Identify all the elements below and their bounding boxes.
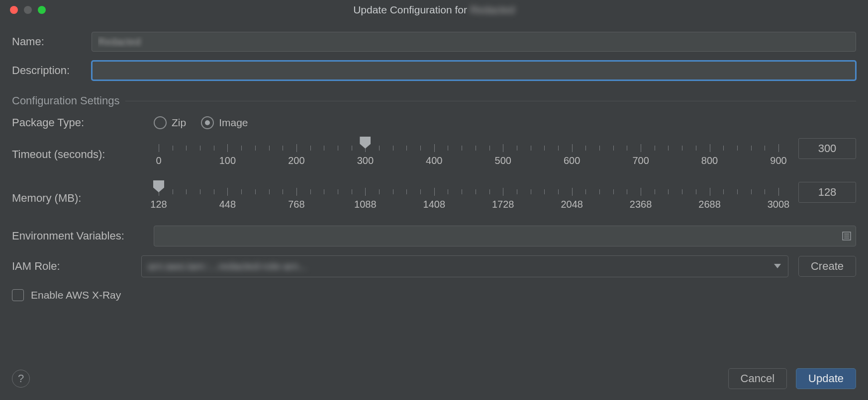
dialog-title: Update Configuration for Redacted bbox=[353, 4, 515, 16]
iam-role-row: IAM Role: arn:aws:iam::...redacted-role-… bbox=[12, 255, 856, 277]
package-type-image-label: Image bbox=[219, 117, 248, 129]
timeout-row: Timeout (seconds): 010020030040050060070… bbox=[12, 138, 856, 173]
package-type-image-radio[interactable]: Image bbox=[201, 116, 248, 129]
env-vars-input[interactable] bbox=[154, 226, 856, 246]
chevron-down-icon bbox=[774, 264, 781, 269]
package-type-zip-label: Zip bbox=[172, 117, 186, 129]
dialog-title-prefix: Update Configuration for bbox=[353, 4, 467, 16]
package-type-zip-radio[interactable]: Zip bbox=[154, 116, 186, 129]
radio-icon bbox=[201, 116, 214, 129]
dialog-body: Name: Description: Configuration Setting… bbox=[0, 20, 868, 357]
window-controls bbox=[10, 6, 46, 14]
dialog-title-subject: Redacted bbox=[470, 4, 515, 16]
xray-checkbox[interactable] bbox=[12, 289, 24, 301]
section-divider bbox=[125, 101, 856, 101]
name-label: Name: bbox=[12, 35, 92, 48]
memory-slider[interactable]: 1284487681088140817282048236826883008 bbox=[154, 182, 783, 217]
description-row: Description: bbox=[12, 61, 856, 80]
close-window-button[interactable] bbox=[10, 6, 18, 14]
config-settings-label: Configuration Settings bbox=[12, 94, 119, 107]
package-type-row: Package Type: Zip Image bbox=[12, 116, 856, 129]
env-vars-label: Environment Variables: bbox=[12, 230, 154, 242]
update-button[interactable]: Update bbox=[796, 368, 856, 389]
create-role-button[interactable]: Create bbox=[798, 256, 856, 277]
xray-label: Enable AWS X-Ray bbox=[31, 289, 121, 301]
description-label: Description: bbox=[12, 64, 92, 77]
env-vars-row: Environment Variables: bbox=[12, 226, 856, 246]
titlebar: Update Configuration for Redacted bbox=[0, 0, 868, 20]
timeout-slider[interactable]: 0100200300400500600700800900 bbox=[154, 138, 783, 173]
list-icon[interactable] bbox=[842, 232, 851, 240]
timeout-label: Timeout (seconds): bbox=[12, 138, 154, 161]
memory-label: Memory (MB): bbox=[12, 182, 154, 205]
description-input[interactable] bbox=[92, 61, 856, 80]
timeout-value-input[interactable] bbox=[798, 138, 856, 159]
radio-icon bbox=[154, 116, 167, 129]
memory-value-input[interactable] bbox=[798, 182, 856, 203]
zoom-window-button[interactable] bbox=[38, 6, 46, 14]
iam-role-label: IAM Role: bbox=[12, 260, 141, 273]
dialog-window: Update Configuration for Redacted Name: … bbox=[0, 0, 868, 400]
minimize-window-button[interactable] bbox=[24, 6, 32, 14]
dialog-footer: ? Cancel Update bbox=[0, 357, 868, 400]
help-button[interactable]: ? bbox=[12, 370, 30, 388]
svg-marker-4 bbox=[774, 264, 781, 268]
config-settings-header: Configuration Settings bbox=[12, 94, 856, 107]
iam-role-selected-value: arn:aws:iam::...redacted-role-arn... bbox=[148, 260, 307, 272]
package-type-label: Package Type: bbox=[12, 116, 154, 129]
cancel-button[interactable]: Cancel bbox=[728, 368, 787, 389]
memory-row: Memory (MB): 128448768108814081728204823… bbox=[12, 182, 856, 217]
iam-role-select[interactable]: arn:aws:iam::...redacted-role-arn... bbox=[141, 255, 788, 277]
xray-row: Enable AWS X-Ray bbox=[12, 289, 856, 301]
name-input[interactable] bbox=[92, 32, 856, 52]
package-type-radio-group: Zip Image bbox=[154, 116, 248, 129]
name-row: Name: bbox=[12, 32, 856, 52]
